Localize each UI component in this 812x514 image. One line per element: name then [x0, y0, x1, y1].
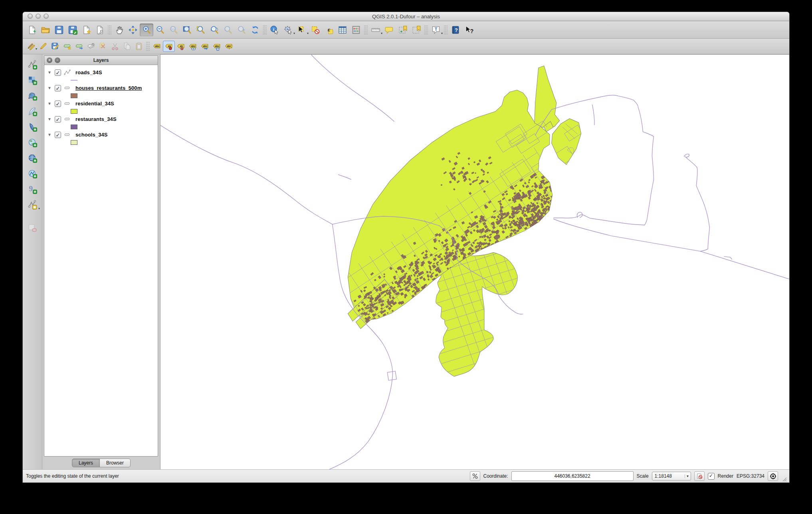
- text-annotation-button[interactable]: T▾: [429, 24, 443, 36]
- add-wcs-layer-button[interactable]: [25, 151, 40, 165]
- expand-arrow-icon[interactable]: ▼: [48, 86, 52, 90]
- run-feature-action-button[interactable]: ▾: [281, 24, 295, 36]
- add-wfs-layer-button[interactable]: [25, 166, 40, 181]
- zoom-to-layer-button[interactable]: [208, 24, 221, 36]
- add-raster-layer-button[interactable]: [25, 73, 40, 87]
- zoom-in-button[interactable]: [140, 24, 153, 36]
- title-bar[interactable]: QGIS 2.0.1-Dufour – analysis: [23, 12, 789, 21]
- move-label-button[interactable]: abc: [199, 41, 211, 52]
- new-project-button[interactable]: [25, 24, 39, 36]
- layer-row-houses_restaurants_500m[interactable]: ▼✓houses_restaurants_500m: [44, 83, 158, 93]
- pan-map-button[interactable]: [113, 24, 126, 36]
- layer-checkbox[interactable]: ✓: [55, 132, 61, 138]
- measure-line-button[interactable]: ▾: [369, 24, 382, 36]
- add-wms-layer-button[interactable]: [25, 135, 40, 150]
- zoom-to-selection-button[interactable]: [194, 24, 208, 36]
- toggle-editing-button[interactable]: [37, 41, 49, 52]
- close-button[interactable]: [28, 14, 33, 19]
- rotate-label-icon: abc: [212, 42, 221, 51]
- remove-layer-button[interactable]: [25, 221, 40, 235]
- status-message: Toggles the editing state of the current…: [25, 473, 467, 479]
- expand-arrow-icon[interactable]: ▼: [48, 117, 52, 121]
- layer-symbology-row: [44, 140, 158, 145]
- select-features-button[interactable]: ▾: [295, 24, 309, 36]
- add-spatialite-layer-button[interactable]: [25, 104, 40, 119]
- copy-features-button[interactable]: [121, 41, 133, 52]
- coordinate-extent-toggle-button[interactable]: [470, 471, 480, 481]
- pan-to-selection-button[interactable]: [126, 24, 140, 36]
- new-shapefile-layer-button[interactable]: ▾: [25, 198, 40, 212]
- select-by-expression-icon: ε: [324, 25, 334, 35]
- render-checkbox[interactable]: ✓: [708, 473, 715, 480]
- new-bookmark-button[interactable]: [396, 24, 410, 36]
- layer-row-schools_34S[interactable]: ▼✓schools_34S: [44, 130, 158, 140]
- coordinate-input[interactable]: [511, 471, 634, 481]
- layer-row-residential_34S[interactable]: ▼✓residential_34S: [44, 99, 158, 109]
- expand-arrow-icon[interactable]: ▼: [48, 70, 52, 75]
- layer-checkbox[interactable]: ✓: [55, 116, 61, 123]
- polygon-geometry-icon: [64, 101, 73, 107]
- zoom-out-button[interactable]: [153, 24, 167, 36]
- layer-checkbox[interactable]: ✓: [55, 69, 61, 76]
- add-postgis-layer-button[interactable]: [25, 89, 40, 103]
- composer-manager-button[interactable]: [93, 24, 107, 36]
- map-tips-button[interactable]: [382, 24, 396, 36]
- highlight-pinned-labels-button[interactable]: ab: [175, 41, 187, 52]
- show-hide-labels-button[interactable]: abc: [187, 41, 199, 52]
- zoom-next-button[interactable]: [235, 24, 248, 36]
- pin-unpin-labels-button[interactable]: ab: [163, 41, 175, 52]
- cut-features-button[interactable]: [109, 41, 121, 52]
- help-contents-button[interactable]: ?: [449, 24, 462, 36]
- zoom-to-selection-icon: [196, 25, 206, 35]
- open-attribute-table-icon: [338, 25, 347, 35]
- zoom-last-button[interactable]: [221, 24, 235, 36]
- delete-selected-button[interactable]: [97, 41, 109, 52]
- tab-browser[interactable]: Browser: [100, 459, 131, 467]
- layer-labeling-options-button[interactable]: abc: [151, 41, 163, 52]
- layer-symbology-row: [44, 124, 158, 130]
- add-vector-layer-button[interactable]: [25, 57, 40, 72]
- minimize-button[interactable]: [36, 14, 41, 19]
- stop-rendering-button[interactable]: [694, 471, 705, 481]
- save-project-button[interactable]: [52, 24, 66, 36]
- field-calculator-button[interactable]: [349, 24, 363, 36]
- save-layer-edits-button[interactable]: [49, 41, 61, 52]
- add-delimited-text-layer-button[interactable]: 9,: [25, 182, 40, 196]
- tab-layers[interactable]: Layers: [72, 459, 100, 467]
- expand-arrow-icon[interactable]: ▼: [48, 132, 52, 137]
- refresh-map-button[interactable]: [248, 24, 262, 36]
- layer-checkbox[interactable]: ✓: [55, 85, 61, 91]
- change-label-button[interactable]: abc: [223, 41, 235, 52]
- expand-arrow-icon[interactable]: ▼: [48, 101, 52, 106]
- show-bookmarks-button[interactable]: [410, 24, 423, 36]
- scale-combobox[interactable]: 1:18148 ▼: [652, 472, 691, 480]
- toolbar-separator: [108, 25, 111, 35]
- layer-row-roads_34S[interactable]: ▼✓roads_34S: [44, 67, 158, 77]
- zoom-button[interactable]: [44, 14, 49, 19]
- toolbar-separator: [364, 25, 368, 35]
- map-canvas[interactable]: [160, 54, 789, 469]
- crs-status-button[interactable]: [768, 471, 778, 481]
- resize-grip[interactable]: [781, 476, 787, 482]
- add-mssql-layer-button[interactable]: [25, 120, 40, 134]
- add-feature-button[interactable]: [61, 41, 73, 52]
- layer-row-restaurants_34S[interactable]: ▼✓restaurants_34S: [44, 114, 158, 124]
- save-project-as-button[interactable]: [66, 24, 79, 36]
- remove-layer-icon: [28, 223, 37, 233]
- open-attribute-table-button[interactable]: [336, 24, 349, 36]
- whats-this-button[interactable]: ?: [462, 24, 476, 36]
- rotate-label-button[interactable]: abc: [211, 41, 223, 52]
- coordinate-label: Coordinate:: [483, 473, 508, 479]
- move-feature-button[interactable]: [73, 41, 85, 52]
- zoom-full-button[interactable]: [180, 24, 194, 36]
- deselect-features-button[interactable]: [309, 24, 322, 36]
- select-by-expression-button[interactable]: ε: [322, 24, 336, 36]
- new-print-composer-button[interactable]: [79, 24, 93, 36]
- current-edits-button[interactable]: ▾: [25, 41, 37, 52]
- layer-checkbox[interactable]: ✓: [55, 101, 61, 107]
- node-tool-button[interactable]: [85, 41, 97, 52]
- paste-features-button[interactable]: [133, 41, 145, 52]
- open-project-button[interactable]: [39, 24, 52, 36]
- zoom-actual-size-button[interactable]: 1:1: [167, 24, 180, 36]
- identify-features-button[interactable]: i: [268, 24, 281, 36]
